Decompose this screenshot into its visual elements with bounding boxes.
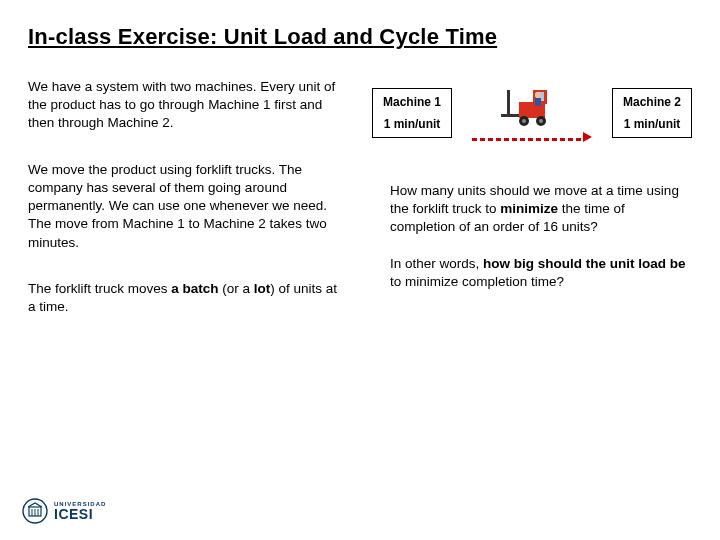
q1-minimize: minimize bbox=[500, 201, 558, 216]
svg-rect-10 bbox=[535, 98, 541, 106]
p3-mid: (or a bbox=[219, 281, 254, 296]
svg-rect-0 bbox=[519, 102, 545, 118]
p3-prefix: The forklift truck moves bbox=[28, 281, 171, 296]
svg-point-7 bbox=[522, 119, 526, 123]
svg-rect-3 bbox=[507, 90, 510, 116]
paragraph-2: We move the product using forklift truck… bbox=[28, 161, 348, 252]
logo-text: UNIVERSIDAD ICESI bbox=[54, 501, 106, 521]
machine-1-name: Machine 1 bbox=[373, 89, 451, 113]
question-2: In other words, how big should the unit … bbox=[390, 255, 692, 291]
p3-lot: lot bbox=[254, 281, 271, 296]
transport-cell bbox=[460, 84, 604, 142]
question-1: How many units should we move at a time … bbox=[390, 182, 692, 237]
slide: In-class Exercise: Unit Load and Cycle T… bbox=[0, 0, 720, 540]
slide-title: In-class Exercise: Unit Load and Cycle T… bbox=[28, 24, 692, 50]
svg-point-9 bbox=[535, 92, 541, 98]
machine-1-rate: 1 min/unit bbox=[373, 113, 451, 137]
machine-2-box: Machine 2 1 min/unit bbox=[612, 88, 692, 138]
flow-arrow bbox=[472, 132, 592, 142]
machine-2-rate: 1 min/unit bbox=[613, 113, 691, 137]
process-diagram: Machine 1 1 min/unit bbox=[372, 84, 692, 142]
svg-point-8 bbox=[539, 119, 543, 123]
paragraph-1: We have a system with two machines. Ever… bbox=[28, 78, 348, 133]
machine-1-box: Machine 1 1 min/unit bbox=[372, 88, 452, 138]
q2-suffix: to minimize completion time? bbox=[390, 274, 564, 289]
logo-name: ICESI bbox=[54, 507, 106, 521]
q2-bold: how big should the unit load be bbox=[483, 256, 685, 271]
left-column: We have a system with two machines. Ever… bbox=[28, 78, 348, 344]
machine-2-name: Machine 2 bbox=[613, 89, 691, 113]
forklift-icon bbox=[497, 84, 567, 130]
logo-emblem-icon bbox=[22, 498, 48, 524]
p3-batch: a batch bbox=[171, 281, 218, 296]
university-logo: UNIVERSIDAD ICESI bbox=[22, 498, 106, 524]
svg-rect-4 bbox=[501, 114, 519, 117]
content-area: We have a system with two machines. Ever… bbox=[28, 78, 692, 344]
arrowhead-icon bbox=[583, 132, 592, 142]
right-column: Machine 1 1 min/unit bbox=[372, 78, 692, 344]
paragraph-3: The forklift truck moves a batch (or a l… bbox=[28, 280, 348, 316]
q2-prefix: In other words, bbox=[390, 256, 483, 271]
flow-dots bbox=[472, 138, 581, 141]
